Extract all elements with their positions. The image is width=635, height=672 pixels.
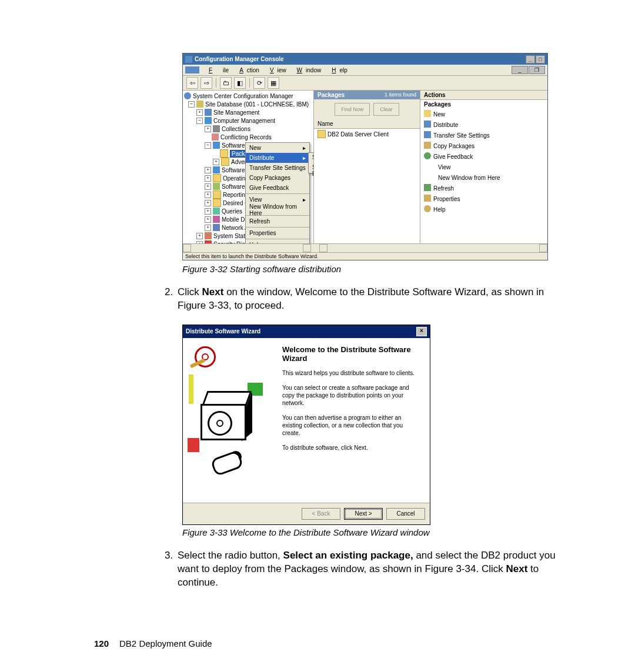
records-icon bbox=[212, 133, 219, 141]
menu-action[interactable]: Action bbox=[232, 67, 263, 73]
ctx-distribute[interactable]: Distribute▸ bbox=[246, 153, 309, 163]
db-icon bbox=[196, 101, 203, 108]
close-button[interactable]: × bbox=[416, 327, 427, 336]
step-3: 3.Select the radio button, Select an exi… bbox=[165, 549, 564, 590]
tree-collections[interactable]: Collections bbox=[222, 126, 250, 132]
tree-sitemgmt[interactable]: Site Management bbox=[213, 109, 259, 116]
maximize-button[interactable]: □ bbox=[536, 55, 545, 63]
network-icon bbox=[213, 224, 220, 231]
wizard-p4: To distribute software, click Next. bbox=[282, 444, 420, 452]
scroll-right-2[interactable] bbox=[539, 244, 547, 252]
menu-window[interactable]: Window bbox=[290, 67, 325, 73]
tree-network[interactable]: Network A bbox=[222, 225, 249, 231]
sub-software[interactable]: Software bbox=[309, 153, 314, 163]
action-help[interactable]: Help bbox=[420, 204, 547, 215]
wizard-graphic bbox=[183, 338, 278, 503]
mobile-icon bbox=[213, 216, 220, 223]
scroll-right[interactable] bbox=[303, 244, 311, 252]
step-2: 2.Click Next on the window, Welcome to t… bbox=[165, 286, 564, 313]
tree-reporting[interactable]: Reporting bbox=[223, 192, 248, 198]
swupd-icon bbox=[213, 183, 220, 190]
folder-icon bbox=[213, 174, 221, 182]
tree-sysstat[interactable]: System Statu bbox=[213, 233, 248, 239]
action-props[interactable]: Properties bbox=[420, 193, 547, 204]
up-button[interactable]: 🗀 bbox=[220, 77, 232, 89]
menu-help[interactable]: Help bbox=[325, 67, 351, 73]
menu-file[interactable]: File bbox=[202, 67, 232, 73]
package-icon bbox=[317, 130, 326, 138]
mdi-min-button[interactable]: _ bbox=[512, 66, 528, 74]
queries-icon bbox=[213, 208, 220, 215]
wizard-p2: You can select or create a software pack… bbox=[282, 384, 420, 407]
folder-icon bbox=[213, 190, 221, 199]
minimize-button[interactable]: _ bbox=[526, 55, 535, 63]
tree-swupd[interactable]: Software bbox=[222, 183, 245, 190]
folder-icon bbox=[213, 199, 221, 207]
action-distribute[interactable]: Distribute bbox=[420, 119, 547, 130]
tree-queries[interactable]: Queries bbox=[222, 208, 242, 215]
ctx-new[interactable]: New▸ bbox=[246, 143, 309, 153]
ctx-feedback[interactable]: Give Feedback bbox=[246, 183, 309, 193]
action-newwin[interactable]: New Window from Here bbox=[420, 172, 547, 183]
folder-icon bbox=[221, 158, 229, 166]
tree-mobile[interactable]: Mobile De bbox=[222, 216, 248, 223]
find-now-button[interactable]: Find Now bbox=[335, 103, 370, 116]
tree-software[interactable]: Software bbox=[222, 167, 245, 173]
action-view[interactable]: View bbox=[420, 162, 547, 172]
ctx-copy[interactable]: Copy Packages bbox=[246, 173, 309, 183]
red-block bbox=[188, 438, 199, 452]
wizard-heading: Welcome to the Distribute Software Wizar… bbox=[282, 345, 420, 363]
figure-caption: Figure 3-33 Welcome to the Distribute So… bbox=[182, 527, 564, 537]
wizard-window: Distribute Software Wizard × Welcome to … bbox=[182, 325, 430, 525]
console-window: Configuration Manager Console _ □ File A… bbox=[182, 53, 548, 260]
doc-title: DB2 Deployment Guide bbox=[119, 638, 212, 648]
tb-button-2[interactable]: ◧ bbox=[234, 77, 246, 89]
fwd-button[interactable]: ⇨ bbox=[200, 77, 212, 89]
ctx-props[interactable]: Properties bbox=[246, 228, 309, 238]
yellow-block bbox=[189, 375, 193, 404]
action-feedback[interactable]: Give Feedback bbox=[420, 151, 547, 162]
action-refresh[interactable]: Refresh bbox=[420, 183, 547, 193]
window-title: Configuration Manager Console bbox=[195, 56, 284, 62]
tb-button-4[interactable]: ▦ bbox=[268, 77, 279, 89]
actions-pane: Actions Packages New Distribute Transfer… bbox=[420, 91, 547, 243]
menubar: File Action View Window Help _ ❐ bbox=[183, 65, 547, 76]
ctx-refresh[interactable]: Refresh bbox=[246, 216, 309, 226]
menu-view[interactable]: View bbox=[263, 67, 290, 73]
cd-small-icon bbox=[191, 345, 217, 371]
scroll-left[interactable] bbox=[183, 244, 191, 252]
site-icon bbox=[205, 109, 212, 116]
tree-root[interactable]: System Center Configuration Manager bbox=[193, 93, 293, 99]
globe-icon bbox=[184, 92, 191, 99]
tree-security[interactable]: Security Righ bbox=[213, 241, 248, 244]
ctx-transfer[interactable]: Transfer Site Settings bbox=[246, 163, 309, 173]
refresh-button[interactable]: ⟳ bbox=[253, 77, 265, 89]
tree-adver[interactable]: Adver bbox=[231, 159, 246, 165]
software-box-icon bbox=[198, 391, 251, 450]
tree-compmgmt[interactable]: Computer Management bbox=[213, 118, 275, 124]
sub-software-device[interactable]: Software to Device bbox=[309, 163, 314, 173]
swdist-icon bbox=[213, 142, 220, 149]
cancel-button[interactable]: Cancel bbox=[386, 508, 425, 520]
ctx-newwin[interactable]: New Window from Here bbox=[246, 205, 309, 215]
nav-tree[interactable]: System Center Configuration Manager −Sit… bbox=[183, 91, 314, 243]
wizard-p1: This wizard helps you distribute softwar… bbox=[282, 369, 420, 377]
action-new[interactable]: New bbox=[420, 109, 547, 119]
list-item[interactable]: DB2 Data Server Client bbox=[317, 130, 416, 138]
scrollbar-row bbox=[183, 243, 547, 252]
back-button: < Back bbox=[302, 508, 340, 520]
next-button[interactable]: Next > bbox=[344, 508, 383, 520]
ctx-help[interactable]: Help bbox=[246, 240, 309, 243]
tree-sitedb[interactable]: Site Database (001 - LOCHNESE, IBM) bbox=[205, 101, 309, 108]
clear-button[interactable]: Clear bbox=[373, 103, 399, 116]
actions-subtitle: Packages bbox=[420, 100, 547, 109]
mdi-restore-button[interactable]: ❐ bbox=[529, 66, 545, 74]
scroll-left-2[interactable] bbox=[319, 244, 327, 252]
system-icon bbox=[205, 232, 212, 239]
column-name[interactable]: Name bbox=[314, 119, 420, 129]
list-pane: Packages1 items found Find Now Clear Nam… bbox=[314, 91, 420, 243]
tree-conflict[interactable]: Conflicting Records bbox=[220, 134, 272, 141]
back-button[interactable]: ⇦ bbox=[186, 77, 198, 89]
action-transfer[interactable]: Transfer Site Settings bbox=[420, 130, 547, 141]
action-copy[interactable]: Copy Packages bbox=[420, 141, 547, 151]
